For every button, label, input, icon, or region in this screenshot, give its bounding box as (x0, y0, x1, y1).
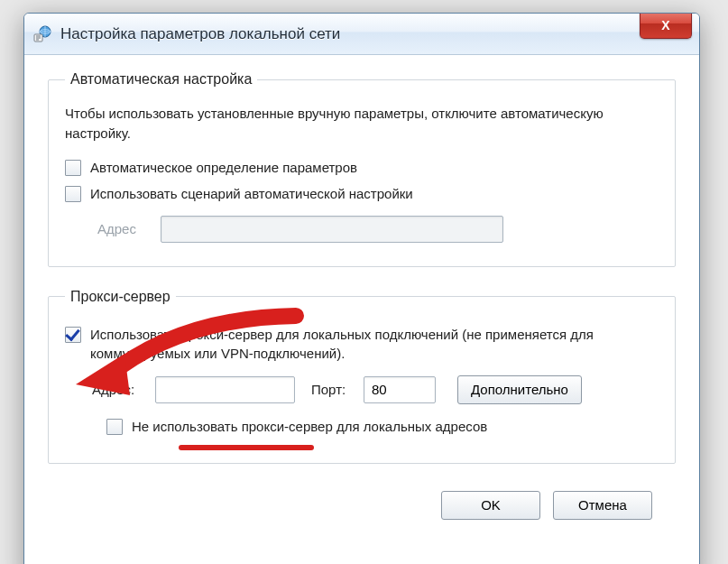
input-proxy-address[interactable] (155, 376, 295, 403)
input-proxy-port[interactable] (364, 376, 436, 403)
checkbox-use-proxy[interactable] (65, 327, 81, 343)
row-use-script: Использовать сценарий автоматической нас… (65, 184, 659, 203)
row-proxy-address: Адрес: Порт: Дополнительно (92, 375, 659, 404)
checkbox-bypass-local[interactable] (106, 419, 123, 435)
label-auto-detect: Автоматическое определение параметров (90, 158, 357, 177)
row-use-proxy: Использовать прокси-сервер для локальных… (65, 325, 659, 363)
network-settings-icon (33, 25, 51, 43)
advanced-button[interactable]: Дополнительно (457, 375, 582, 404)
lan-settings-dialog: Настройка параметров локальной сети X Ав… (23, 13, 700, 564)
label-use-script: Использовать сценарий автоматической нас… (90, 184, 413, 203)
titlebar: Настройка параметров локальной сети X (24, 14, 699, 55)
group-proxy: Прокси-сервер Использовать прокси-сервер… (48, 289, 676, 464)
group-auto-config: Автоматическая настройка Чтобы использов… (48, 71, 676, 267)
close-icon: X (661, 18, 669, 32)
label-script-address: Адрес (97, 221, 152, 236)
close-button[interactable]: X (640, 13, 692, 39)
checkbox-auto-detect[interactable] (65, 160, 81, 176)
row-bypass-local: Не использовать прокси-сервер для локаль… (106, 417, 659, 436)
group-proxy-legend: Прокси-сервер (65, 289, 176, 305)
label-use-proxy: Использовать прокси-сервер для локальных… (90, 325, 613, 363)
row-auto-detect: Автоматическое определение параметров (65, 158, 659, 177)
window-title: Настройка параметров локальной сети (60, 25, 340, 43)
input-script-address (161, 216, 503, 243)
dialog-body: Автоматическая настройка Чтобы использов… (24, 55, 699, 529)
cancel-button[interactable]: Отмена (553, 491, 652, 520)
label-proxy-address: Адрес: (92, 382, 146, 397)
row-script-address: Адрес (97, 216, 659, 243)
dialog-button-bar: OK Отмена (48, 485, 676, 520)
auto-description: Чтобы использовать установленные вручную… (65, 104, 659, 143)
label-bypass-local: Не использовать прокси-сервер для локаль… (132, 417, 487, 436)
checkbox-use-script[interactable] (65, 186, 81, 202)
label-proxy-port: Порт: (311, 382, 355, 397)
group-auto-legend: Автоматическая настройка (65, 71, 257, 88)
ok-button[interactable]: OK (441, 491, 540, 520)
